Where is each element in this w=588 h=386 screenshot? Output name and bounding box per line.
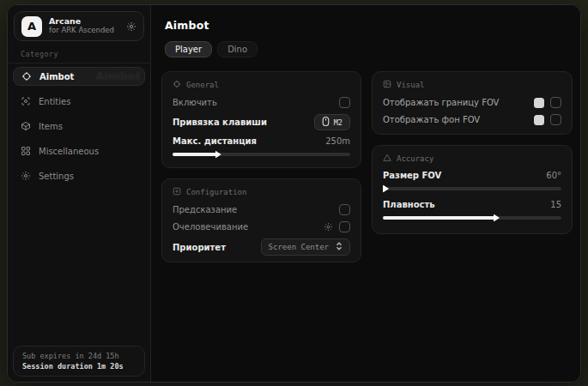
subscription-info: Sub expires in 24d 15h Session duration … <box>13 346 145 377</box>
fov-bg-checkbox[interactable] <box>550 114 561 125</box>
tab-bar: Player Dino <box>165 41 258 57</box>
app-logo: A <box>21 16 42 37</box>
card-accuracy: Accuracy Размер FOV 60° Плавность 15 <box>372 145 573 234</box>
ghost-watermark: Aimbot <box>95 69 141 82</box>
main-panel: Aimbot Player Dino General Включить Прив… <box>151 5 580 382</box>
triangle-icon <box>383 154 391 164</box>
smoothness-value: 15 <box>550 200 561 209</box>
sidebar-item-label: Settings <box>39 172 74 181</box>
humanize-checkbox[interactable] <box>339 221 350 232</box>
max-distance-slider[interactable] <box>173 153 350 156</box>
fov-border-color-swatch[interactable] <box>534 98 544 108</box>
tab-player[interactable]: Player <box>165 41 212 57</box>
enable-checkbox[interactable] <box>339 97 350 108</box>
sidebar-item-entities[interactable]: Entities <box>13 92 145 111</box>
gear-icon[interactable] <box>126 21 136 32</box>
card-title: Configuration <box>186 188 246 196</box>
fov-bg-color-swatch[interactable] <box>534 115 544 125</box>
fov-border-label: Отображать границу FOV <box>383 98 499 107</box>
crosshair-icon <box>173 80 181 90</box>
card-title: Visual <box>397 81 425 89</box>
card-general: General Включить Привязка клавиши M2 <box>161 71 361 168</box>
grid-icon <box>21 146 31 156</box>
slider-thumb[interactable] <box>383 185 389 193</box>
fov-size-slider[interactable] <box>383 187 561 190</box>
brand-card: A Arcane for ARK Ascended <box>14 11 144 41</box>
prediction-checkbox[interactable] <box>339 204 350 215</box>
scan-icon <box>21 96 31 106</box>
box-icon <box>21 121 31 131</box>
priority-label: Приоритет <box>173 243 226 252</box>
app-subtitle: for ARK Ascended <box>49 27 119 35</box>
keybind-value: M2 <box>334 118 342 127</box>
page-title: Aimbot <box>165 19 209 32</box>
sidebar-item-items[interactable]: Items <box>13 117 145 136</box>
sidebar-item-label: Items <box>39 122 63 131</box>
session-duration-text: Session duration 1m 20s <box>22 362 136 371</box>
card-title: Accuracy <box>397 154 433 163</box>
sidebar-item-miscellaneous[interactable]: Miscellaneous <box>13 142 145 160</box>
max-distance-value: 250m <box>325 136 350 146</box>
gear-icon <box>21 171 31 181</box>
smoothness-slider[interactable] <box>383 216 561 220</box>
sidebar-item-label: Entities <box>39 97 70 106</box>
keybind-label: Привязка клавиши <box>173 118 267 127</box>
fov-bg-label: Отображать фон FOV <box>383 115 480 124</box>
prediction-label: Предсказание <box>173 205 237 214</box>
sidebar-item-label: Miscellaneous <box>39 147 99 156</box>
humanize-label: Очеловечивание <box>173 222 248 232</box>
category-label: Category <box>21 50 58 58</box>
gear-icon[interactable] <box>324 222 333 232</box>
sliders-icon <box>173 187 181 197</box>
mouse-icon <box>322 117 330 128</box>
priority-dropdown[interactable]: Screen Center <box>261 238 350 256</box>
slider-thumb[interactable] <box>494 214 500 222</box>
app-window: A Arcane for ARK Ascended Category <box>7 4 581 383</box>
fov-border-checkbox[interactable] <box>550 97 561 108</box>
sidebar-nav: Aimbot Aimbot Entities Item <box>13 67 145 185</box>
tab-dino[interactable]: Dino <box>217 41 258 57</box>
fov-size-value: 60° <box>546 171 561 180</box>
card-configuration: Configuration Предсказание Очеловечивани… <box>161 178 361 262</box>
sidebar-item-aimbot[interactable]: Aimbot Aimbot <box>13 67 145 86</box>
smoothness-label: Плавность <box>383 200 435 209</box>
crosshair-icon <box>21 71 32 81</box>
max-distance-label: Макс. дистанция <box>173 136 257 146</box>
sidebar-item-label: Aimbot <box>39 72 74 81</box>
card-title: General <box>186 81 219 89</box>
card-visual: Visual Отображать границу FOV Отображать… <box>372 71 573 135</box>
fov-size-label: Размер FOV <box>383 171 441 180</box>
enable-label: Включить <box>173 98 217 107</box>
slider-thumb[interactable] <box>215 151 221 159</box>
chevron-up-down-icon <box>336 242 342 252</box>
priority-value: Screen Center <box>269 243 329 251</box>
sidebar-item-settings[interactable]: Settings <box>13 166 145 185</box>
sub-expires-text: Sub expires in 24d 15h <box>22 352 136 360</box>
sidebar-divider <box>8 63 150 63</box>
image-icon <box>383 80 391 90</box>
keybind-button[interactable]: M2 <box>314 114 350 130</box>
sidebar: A Arcane for ARK Ascended Category <box>8 5 151 382</box>
